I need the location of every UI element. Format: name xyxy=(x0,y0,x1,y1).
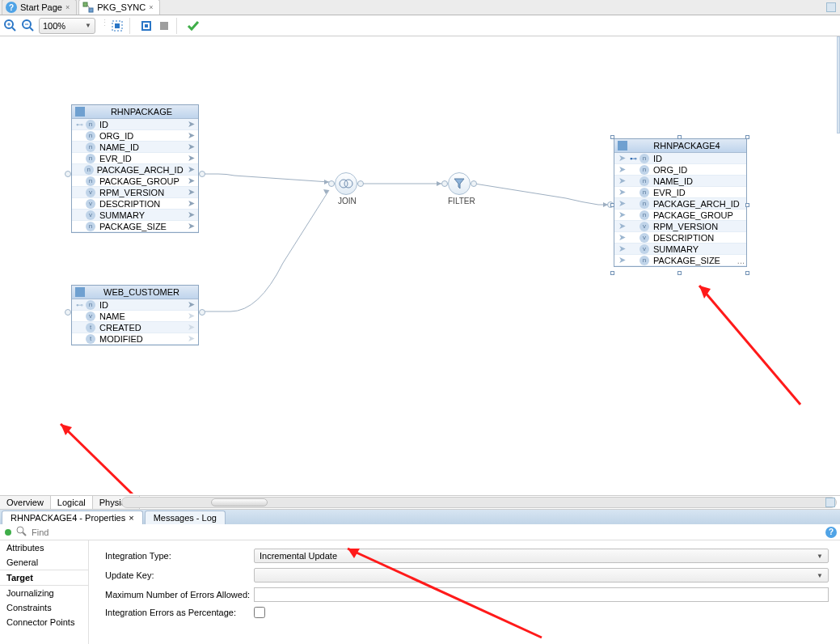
chevron-down-icon: ▼ xyxy=(817,572,823,579)
column-row[interactable]: tCREATED➤ xyxy=(72,322,198,333)
layout-filled-icon[interactable] xyxy=(157,19,171,33)
properties-form: Integration Type: Incremental Update ▼ U… xyxy=(89,540,840,644)
column-row[interactable]: ➤nORG_ID xyxy=(614,164,746,176)
view-tab-logical[interactable]: Logical xyxy=(51,496,93,509)
column-row[interactable]: vSUMMARY➤ xyxy=(72,210,198,221)
entity-output-port[interactable] xyxy=(199,309,205,316)
mapping-canvas[interactable]: RHNPACKAGE ⊷nID➤ nORG_ID➤ nNAME_ID➤ nEVR… xyxy=(0,36,840,494)
fit-window-icon[interactable] xyxy=(110,19,125,33)
join-input-port[interactable] xyxy=(328,180,335,187)
output-arrow-icon: ➤ xyxy=(185,142,196,152)
input-arrow-icon: ➤ xyxy=(616,210,627,220)
column-row[interactable]: nPACKAGE_SIZE➤ xyxy=(72,221,198,232)
minimize-icon[interactable] xyxy=(825,498,835,507)
integration-type-select[interactable]: Incremental Update ▼ xyxy=(254,549,829,563)
filter-input-port[interactable] xyxy=(441,180,448,187)
entity-columns: ➤⊷nID ➤nORG_ID ➤nNAME_ID ➤nEVR_ID ➤nPACK… xyxy=(614,153,746,266)
svg-rect-13 xyxy=(145,24,148,28)
validate-icon[interactable] xyxy=(186,19,201,33)
properties-nav: Attributes General Target Journalizing C… xyxy=(0,540,89,644)
input-arrow-icon: ➤ xyxy=(616,153,627,163)
update-key-select[interactable]: ▼ xyxy=(254,568,829,583)
chevron-down-icon: ▼ xyxy=(85,22,91,29)
tab-start-page[interactable]: ? Start Page × xyxy=(2,0,77,15)
zoom-out-icon[interactable] xyxy=(21,19,36,33)
svg-point-25 xyxy=(17,527,23,533)
column-row[interactable]: ➤nPACKAGE_GROUP xyxy=(614,210,746,221)
column-row[interactable]: nNAME_ID➤ xyxy=(72,142,198,153)
join-node[interactable] xyxy=(335,172,357,195)
scrollbar-thumb[interactable] xyxy=(211,498,268,506)
column-row[interactable]: ➤nPACKAGE_ARCH_ID xyxy=(614,198,746,210)
nav-journalizing[interactable]: Journalizing xyxy=(0,586,88,600)
column-row[interactable]: vRPM_VERSION➤ xyxy=(72,187,198,198)
view-tab-bar: Overview Logical Physical xyxy=(0,495,840,510)
svg-point-20 xyxy=(344,180,352,188)
panel-tab-messages[interactable]: Messages - Log xyxy=(145,511,226,524)
column-row[interactable]: vDESCRIPTION➤ xyxy=(72,198,198,210)
input-arrow-icon: ➤ xyxy=(616,198,627,209)
entity-web-customer[interactable]: WEB_CUSTOMER ⊷nID➤ vNAME➤ tCREATED➤ tMOD… xyxy=(71,285,199,345)
column-row[interactable]: nORG_ID➤ xyxy=(72,130,198,142)
nav-target[interactable]: Target xyxy=(0,570,88,586)
column-row[interactable]: ➤nPACKAGE_SIZE... xyxy=(614,255,746,266)
output-arrow-icon: ➤ xyxy=(185,221,196,231)
column-row[interactable]: nPACKAGE_GROUP➤ xyxy=(72,176,198,187)
find-bar: ? xyxy=(0,524,840,540)
entity-output-port[interactable] xyxy=(199,171,205,177)
tab-pkg-sync[interactable]: PKG_SYNC × xyxy=(78,0,160,15)
table-icon xyxy=(75,287,85,297)
vertical-scrollbar[interactable] xyxy=(837,36,840,133)
close-icon[interactable]: × xyxy=(149,3,153,11)
output-arrow-icon: ➤ xyxy=(185,119,196,129)
nav-attributes[interactable]: Attributes xyxy=(0,540,88,555)
help-icon: ? xyxy=(6,2,17,13)
column-row[interactable]: nEVR_ID➤ xyxy=(72,153,198,164)
nav-general[interactable]: General xyxy=(0,555,88,570)
view-tab-overview[interactable]: Overview xyxy=(0,496,51,509)
column-row[interactable]: ➤⊷nID xyxy=(614,153,746,164)
entity-rhnpackage4[interactable]: RHNPACKAGE4 ➤⊷nID ➤nORG_ID ➤nNAME_ID ➤nE… xyxy=(614,138,747,267)
filter-output-port[interactable] xyxy=(471,180,477,187)
column-row[interactable]: ➤nNAME_ID xyxy=(614,176,746,187)
nav-constraints[interactable]: Constraints xyxy=(0,600,88,615)
close-icon[interactable]: × xyxy=(129,513,133,523)
column-row[interactable]: vNAME➤ xyxy=(72,311,198,322)
zoom-select[interactable]: 100% ▼ xyxy=(39,18,95,34)
column-row[interactable]: ➤vSUMMARY xyxy=(614,244,746,255)
input-arrow-icon: ➤ xyxy=(616,187,627,197)
search-icon xyxy=(16,526,27,538)
column-row[interactable]: tMODIFIED➤ xyxy=(72,333,198,345)
column-row[interactable]: nPACKAGE_ARCH_ID➤ xyxy=(72,164,198,176)
key-icon: ⊷ xyxy=(74,121,85,129)
filter-node[interactable] xyxy=(448,172,471,195)
output-arrow-icon: ➤ xyxy=(185,299,196,310)
find-input[interactable] xyxy=(32,527,835,537)
toolbar-separator: ⋮ xyxy=(100,18,105,34)
column-row[interactable]: ➤vDESCRIPTION xyxy=(614,232,746,244)
layout-square-icon[interactable] xyxy=(139,19,154,33)
help-icon[interactable]: ? xyxy=(825,527,837,538)
close-icon[interactable]: × xyxy=(65,3,70,11)
column-row[interactable]: ⊷nID➤ xyxy=(72,299,198,311)
zoom-in-icon[interactable] xyxy=(3,19,18,33)
entity-title: RHNPACKAGE xyxy=(88,107,195,117)
tab-label: Start Page xyxy=(20,2,62,12)
svg-line-21 xyxy=(61,424,133,494)
entity-input-port[interactable] xyxy=(65,309,71,316)
horizontal-scrollbar[interactable] xyxy=(121,497,837,508)
column-row[interactable]: ➤vRPM_VERSION xyxy=(614,221,746,232)
errors-percentage-checkbox[interactable] xyxy=(254,607,265,618)
entity-input-port[interactable] xyxy=(65,171,71,177)
nav-connector-points[interactable]: Connector Points xyxy=(0,615,88,629)
panel-tab-properties[interactable]: RHNPACKAGE4 - Properties× xyxy=(2,511,143,524)
column-row[interactable]: ➤nEVR_ID xyxy=(614,187,746,198)
output-arrow-icon: ➤ xyxy=(185,187,196,197)
minimize-icon[interactable] xyxy=(826,2,836,12)
entity-rhnpackage[interactable]: RHNPACKAGE ⊷nID➤ nORG_ID➤ nNAME_ID➤ nEVR… xyxy=(71,104,199,233)
svg-marker-22 xyxy=(61,424,72,435)
join-output-port[interactable] xyxy=(357,180,364,187)
max-errors-input[interactable] xyxy=(254,587,829,602)
column-row[interactable]: ⊷nID➤ xyxy=(72,119,198,130)
chevron-down-icon: ▼ xyxy=(817,553,823,560)
